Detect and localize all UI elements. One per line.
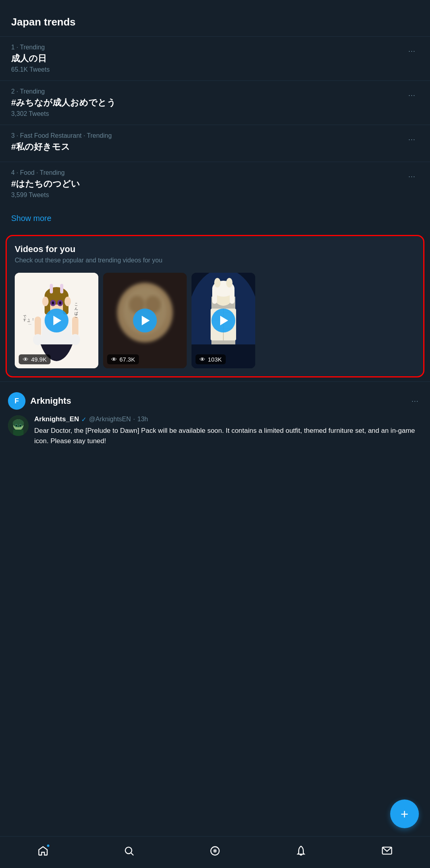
tweet-avatar — [8, 415, 29, 436]
play-triangle-1 — [53, 316, 61, 325]
trend-name-2: #みちなが成人おめでとう — [11, 97, 405, 109]
home-notification-dot — [46, 844, 50, 848]
nav-search[interactable] — [115, 841, 143, 863]
tweet-handle: @ArknightsEN — [89, 416, 131, 423]
svg-text:…: … — [28, 322, 31, 325]
svg-rect-7 — [50, 284, 53, 293]
svg-rect-8 — [60, 284, 63, 293]
trend-content-1: 1 · Trending 成人の日 65.1K Tweets — [11, 44, 405, 73]
trend-count-1: 65.1K Tweets — [11, 66, 405, 73]
svg-point-36 — [226, 278, 233, 287]
svg-text:！: ！ — [31, 318, 35, 321]
svg-text:こんぱこ: こんぱこ — [74, 301, 78, 318]
trend-name-3: #私の好きモス — [11, 141, 405, 153]
view-count-3: 👁 103K — [195, 354, 226, 364]
compose-plus-icon: + — [401, 807, 408, 821]
arknights-section-title: Arknights — [30, 396, 71, 406]
ellipsis-icon-1: ⋯ — [408, 47, 416, 55]
arknights-icon: F — [8, 392, 25, 410]
view-count-1: 👁 49.9K — [19, 354, 51, 364]
svg-point-49 — [20, 425, 21, 427]
search-icon — [123, 845, 135, 859]
play-button-2[interactable] — [133, 309, 157, 332]
nav-notifications[interactable] — [287, 841, 315, 863]
video-card-3[interactable]: 👁 103K — [192, 273, 255, 368]
nav-spaces[interactable] — [201, 841, 229, 863]
videos-for-you-section: Videos for you Check out these popular a… — [6, 235, 424, 377]
svg-point-5 — [42, 297, 49, 306]
arknights-title-row: F Arknights — [8, 392, 71, 410]
trend-content-4: 4 · Food · Trending #はたちのつどい 3,599 Tweet… — [11, 169, 405, 199]
videos-row: こんぱこ です ぅー ！ … 👁 49.9K — [7, 273, 423, 376]
page-header: Japan trends — [0, 0, 430, 36]
svg-point-15 — [33, 334, 43, 345]
trend-item-3[interactable]: 3 · Fast Food Restaurant · Trending #私の好… — [0, 125, 430, 162]
tweet-timestamp: 13h — [137, 416, 148, 423]
eye-icon-2: 👁 — [111, 356, 117, 363]
nav-messages[interactable] — [373, 841, 401, 863]
view-count-2: 👁 67.3K — [107, 354, 139, 364]
trend-meta-4: 4 · Food · Trending — [11, 169, 405, 176]
avatar-svg — [8, 415, 29, 436]
videos-header: Videos for you Check out these popular a… — [7, 244, 423, 273]
trend-meta-3: 3 · Fast Food Restaurant · Trending — [11, 132, 405, 139]
trend-more-options-2[interactable]: ⋯ — [405, 88, 419, 102]
svg-point-55 — [214, 850, 216, 852]
play-button-3[interactable] — [211, 309, 235, 332]
svg-point-11 — [52, 301, 54, 305]
trend-item-4[interactable]: 4 · Food · Trending #はたちのつどい 3,599 Tweet… — [0, 162, 430, 206]
ellipsis-icon-4: ⋯ — [408, 172, 416, 181]
play-triangle-2 — [142, 316, 150, 325]
arknights-section: F Arknights ⋯ Arknights_EN — [0, 386, 430, 452]
svg-point-16 — [70, 334, 80, 345]
svg-point-12 — [59, 301, 61, 305]
trends-list: 1 · Trending 成人の日 65.1K Tweets ⋯ 2 · Tre… — [0, 36, 430, 206]
trend-more-options-1[interactable]: ⋯ — [405, 44, 419, 58]
svg-point-48 — [16, 425, 17, 427]
compose-fab-button[interactable]: + — [390, 800, 419, 828]
show-more-button[interactable]: Show more — [0, 206, 430, 231]
trend-content-3: 3 · Fast Food Restaurant · Trending #私の好… — [11, 132, 405, 154]
svg-point-6 — [64, 297, 71, 306]
nav-home[interactable] — [29, 841, 57, 863]
play-triangle-3 — [220, 316, 228, 325]
ellipsis-icon-2: ⋯ — [408, 91, 416, 100]
page-title: Japan trends — [11, 16, 419, 28]
svg-line-52 — [131, 853, 133, 855]
trend-item-2[interactable]: 2 · Trending #みちなが成人おめでとう 3,302 Tweets ⋯ — [0, 80, 430, 125]
section-divider — [0, 381, 430, 382]
svg-rect-14 — [72, 317, 78, 336]
trend-more-options-4[interactable]: ⋯ — [405, 169, 419, 184]
trend-count-4: 3,599 Tweets — [11, 192, 405, 199]
trend-more-options-3[interactable]: ⋯ — [405, 132, 419, 147]
trend-content-2: 2 · Trending #みちなが成人おめでとう 3,302 Tweets — [11, 88, 405, 117]
trend-count-2: 3,302 Tweets — [11, 110, 405, 117]
tweet-author-row: Arknights_EN ✓ @ArknightsEN · 13h — [34, 415, 422, 423]
trend-meta-2: 2 · Trending — [11, 88, 405, 95]
verified-badge: ✓ — [81, 416, 86, 423]
trend-meta-1: 1 · Trending — [11, 44, 405, 51]
video-card-1[interactable]: こんぱこ です ぅー ！ … 👁 49.9K — [15, 273, 98, 368]
play-button-1[interactable] — [45, 309, 68, 332]
svg-point-45 — [13, 419, 24, 427]
eye-icon-1: 👁 — [23, 356, 29, 363]
videos-subtitle: Check out these popular and trending vid… — [15, 257, 415, 264]
video-card-2[interactable]: 👁 67.3K — [103, 273, 187, 368]
trend-name-1: 成人の日 — [11, 53, 405, 65]
trend-name-4: #はたちのつどい — [11, 178, 405, 190]
tweet-content: Arknights_EN ✓ @ArknightsEN · 13h Dear D… — [34, 415, 422, 446]
tweet-body: Arknights_EN ✓ @ArknightsEN · 13h Dear D… — [8, 415, 422, 446]
svg-rect-13 — [35, 317, 41, 336]
eye-icon-3: 👁 — [199, 356, 205, 363]
ellipsis-icon-3: ⋯ — [408, 135, 416, 144]
notifications-icon — [295, 845, 307, 859]
messages-icon — [381, 845, 393, 859]
bottom-navigation — [0, 836, 430, 868]
tweet-author-name: Arknights_EN — [34, 415, 79, 423]
svg-point-35 — [214, 278, 221, 287]
tweet-time: · — [133, 416, 135, 423]
spaces-icon — [209, 845, 221, 859]
trend-item-1[interactable]: 1 · Trending 成人の日 65.1K Tweets ⋯ — [0, 36, 430, 80]
arknights-header: F Arknights ⋯ — [8, 392, 422, 410]
arknights-more-options[interactable]: ⋯ — [408, 394, 422, 408]
